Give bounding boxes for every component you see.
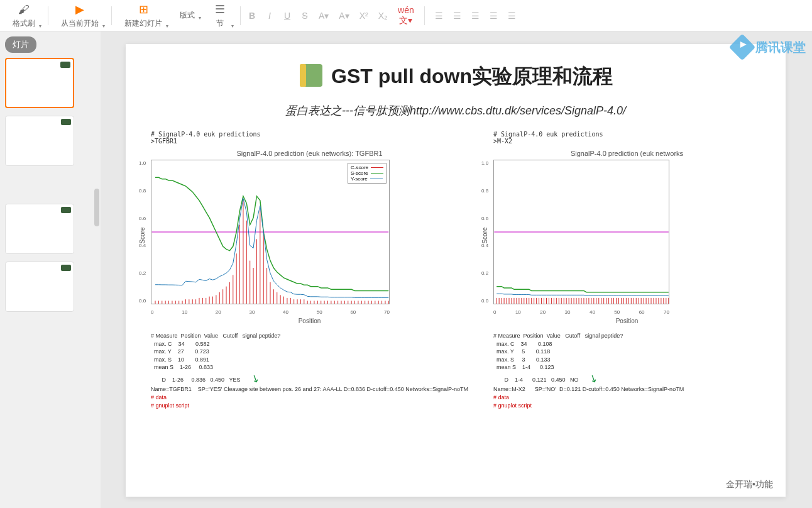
gnuplot-link[interactable]: # gnuplot script: [151, 402, 189, 409]
x-ticks-1: 010203040506070: [151, 309, 390, 315]
from-current-label: 从当前开始: [61, 18, 99, 29]
slide-canvas: GST pull down实验原理和流程 蛋白表达之---信号肽预测http:/…: [101, 31, 812, 508]
chevron-down-icon: ▾: [39, 23, 41, 29]
section-button[interactable]: ☰ 节 ▾: [205, 0, 235, 31]
from-current-button[interactable]: ▶ 从当前开始 ▾: [53, 0, 106, 31]
italic-button[interactable]: I: [263, 9, 276, 22]
charts-row: # SignalP-4.0 euk predictions >TGFBR1 Si…: [151, 131, 760, 409]
format-painter-button[interactable]: 🖌 格式刷 ▾: [5, 0, 43, 31]
plot-1: C-score S-score Y-score 1.00.80.60.40.20…: [151, 160, 390, 304]
align-center-button[interactable]: ☰: [451, 9, 464, 22]
layout-label: 版式: [180, 10, 195, 21]
tencent-logo-icon: [729, 34, 755, 60]
slide-thumbnail-3[interactable]: [5, 204, 74, 254]
plot-svg-1: [151, 160, 389, 304]
strike-button[interactable]: S: [299, 9, 311, 22]
thumb-decoration-icon: [61, 119, 71, 125]
watermark-text: 腾讯课堂: [755, 39, 806, 56]
subscript-button[interactable]: X₂: [376, 9, 390, 22]
brush-icon: 🖌: [16, 2, 31, 17]
arrow-icon: ↘: [248, 370, 261, 387]
separator: [424, 6, 425, 25]
results-1: # Measure Position Value Cutoff signal p…: [151, 332, 468, 409]
chevron-down-icon: ▾: [199, 15, 201, 21]
gnuplot-link[interactable]: # gnuplot script: [493, 402, 532, 409]
separator: [111, 6, 112, 25]
slide-panel: 灯片 +: [0, 31, 101, 508]
slide-thumbnail-2[interactable]: [5, 116, 74, 166]
thumb-decoration-icon: [61, 207, 71, 213]
arrow-icon: ↘: [586, 370, 600, 387]
slide-thumbnail-4[interactable]: [5, 262, 74, 312]
underline-button[interactable]: U: [281, 9, 294, 22]
slide-footer: 金开瑞•功能: [726, 479, 773, 490]
slide-title: GST pull down实验原理和流程: [331, 63, 613, 91]
book-icon: [299, 64, 324, 89]
superscript-button[interactable]: X²: [357, 9, 371, 22]
slides-tab[interactable]: 灯片: [5, 36, 36, 53]
highlight-button[interactable]: A▾: [336, 9, 351, 22]
data-link[interactable]: # data: [493, 394, 509, 400]
toolbar: 🖌 格式刷 ▾ ▶ 从当前开始 ▾ ⊞ 新建幻灯片 ▾ 版式 ▾ ☰ 节 ▾ B…: [0, 0, 812, 31]
data-link[interactable]: # data: [151, 394, 167, 400]
separator: [240, 6, 241, 25]
slide-content[interactable]: GST pull down实验原理和流程 蛋白表达之---信号肽预测http:/…: [126, 44, 786, 497]
x-ticks-2: 010203040506070: [493, 309, 669, 315]
font-color-button[interactable]: A▾: [316, 9, 331, 22]
bold-button[interactable]: B: [246, 9, 258, 22]
line-spacing-button[interactable]: ☰: [505, 9, 518, 22]
slide-subtitle: 蛋白表达之---信号肽预测http://www.cbs.dtu.dk/servi…: [151, 103, 760, 118]
y-axis-label-1: Score: [139, 227, 146, 243]
y-axis-label-2: Score: [481, 227, 488, 243]
plot-svg-2: [494, 160, 669, 304]
chart-title-1: SignalP-4.0 prediction (euk networks): T…: [151, 150, 468, 157]
thumb-decoration-icon: [60, 62, 70, 68]
x-axis-label-1: Position: [151, 318, 468, 324]
format-group: B I U S A▾ A▾ X² X₂ wén文▾ ☰ ☰ ☰ ☰ ☰: [246, 4, 518, 28]
thumb-decoration-icon: [61, 265, 71, 271]
align-right-button[interactable]: ☰: [469, 9, 482, 22]
separator: [48, 6, 48, 25]
chart-title-2: SignalP-4.0 prediction (euk networks: [493, 150, 760, 157]
new-slide-icon: ⊞: [136, 2, 151, 17]
chart-header-1: # SignalP-4.0 euk predictions >TGFBR1: [151, 131, 468, 145]
section-label: 节: [216, 18, 224, 29]
pinyin-button[interactable]: wén文▾: [395, 4, 417, 28]
play-icon: ▶: [72, 2, 87, 17]
new-slide-button[interactable]: ⊞ 新建幻灯片 ▾: [117, 0, 170, 31]
format-painter-label: 格式刷: [13, 18, 35, 29]
slide-thumbnail-1[interactable]: [5, 58, 74, 108]
chart-right: # SignalP-4.0 euk predictions >M-X2 Sign…: [493, 131, 760, 409]
chevron-down-icon: ▾: [102, 23, 105, 29]
chevron-down-icon: ▾: [231, 23, 234, 29]
align-justify-button[interactable]: ☰: [487, 9, 500, 22]
chevron-down-icon: ▾: [166, 23, 168, 29]
watermark: 腾讯课堂: [733, 38, 806, 57]
scrollbar-thumb[interactable]: [94, 189, 99, 226]
results-2: # Measure Position Value Cutoff signal p…: [493, 332, 760, 409]
plot-2: 1.00.80.60.40.20.0 Score: [493, 160, 669, 304]
chart-header-2: # SignalP-4.0 euk predictions >M-X2: [493, 131, 760, 145]
section-icon: ☰: [212, 2, 228, 17]
new-slide-label: 新建幻灯片: [124, 18, 162, 29]
slide-title-row: GST pull down实验原理和流程: [151, 63, 760, 91]
align-left-button[interactable]: ☰: [432, 9, 446, 22]
x-axis-label-2: Position: [493, 318, 760, 324]
chart-left: # SignalP-4.0 euk predictions >TGFBR1 Si…: [151, 131, 468, 409]
layout-button[interactable]: 版式 ▾: [172, 8, 202, 23]
main-area: 灯片 + GST pull down实验原理和流程 蛋白表达之---信号肽预测h…: [0, 31, 812, 508]
